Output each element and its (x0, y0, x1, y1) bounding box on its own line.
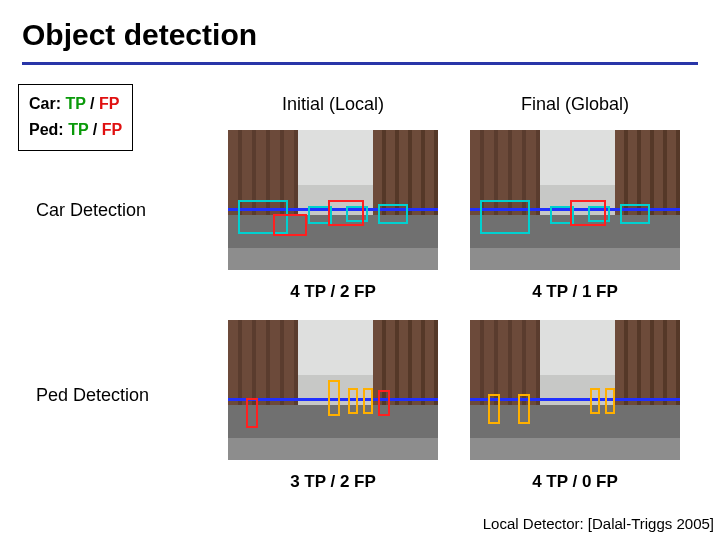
bbox-tp (590, 388, 600, 414)
column-header-global: Final (Global) (470, 94, 680, 115)
image-ped-global (470, 320, 680, 460)
bbox-tp (488, 394, 500, 424)
bbox-tp (518, 394, 530, 424)
slide-title: Object detection (0, 0, 720, 58)
bbox-tp (480, 200, 530, 234)
title-underline (22, 62, 698, 65)
legend-sep: / (88, 121, 101, 138)
legend-sep: / (86, 95, 99, 112)
citation: Local Detector: [Dalal-Triggs 2005] (483, 515, 714, 532)
result-car-global: 4 TP / 1 FP (470, 282, 680, 302)
row-label-ped: Ped Detection (36, 385, 149, 406)
image-car-global (470, 130, 680, 270)
column-header-local: Initial (Local) (228, 94, 438, 115)
result-ped-local: 3 TP / 2 FP (228, 472, 438, 492)
image-ped-local (228, 320, 438, 460)
row-label-car: Car Detection (36, 200, 146, 221)
legend-car-prefix: Car: (29, 95, 65, 112)
bbox-fp (570, 200, 606, 226)
bbox-tp (363, 388, 373, 414)
bbox-fp (246, 398, 258, 428)
bbox-fp (328, 200, 364, 226)
bbox-tp (348, 388, 358, 414)
legend-ped-prefix: Ped: (29, 121, 68, 138)
legend-box: Car: TP / FP Ped: TP / FP (18, 84, 133, 151)
image-car-local (228, 130, 438, 270)
result-ped-global: 4 TP / 0 FP (470, 472, 680, 492)
legend-ped-line: Ped: TP / FP (29, 117, 122, 143)
bbox-tp (620, 204, 650, 224)
bbox-fp (273, 214, 307, 236)
legend-fp: FP (99, 95, 119, 112)
bbox-fp (378, 390, 390, 416)
legend-tp: TP (65, 95, 85, 112)
result-car-local: 4 TP / 2 FP (228, 282, 438, 302)
legend-tp: TP (68, 121, 88, 138)
legend-fp: FP (102, 121, 122, 138)
bbox-tp (605, 388, 615, 414)
bbox-tp (378, 204, 408, 224)
legend-car-line: Car: TP / FP (29, 91, 122, 117)
bbox-tp (328, 380, 340, 416)
